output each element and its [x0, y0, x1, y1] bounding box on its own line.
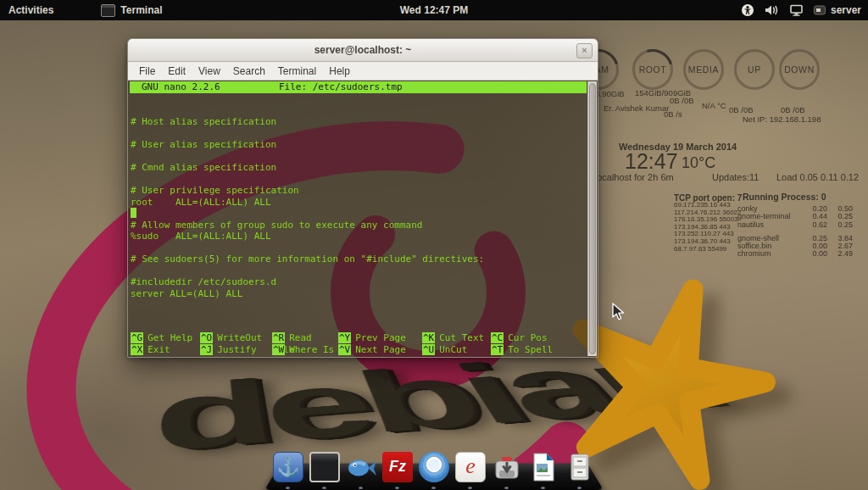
down-gauge-label: DOWN — [784, 64, 815, 75]
editor-line: server ALL=(ALL) ALL — [131, 288, 586, 300]
menu-edit[interactable]: Edit — [165, 64, 188, 78]
process-name: conky — [737, 205, 802, 213]
shortcut-exit: ^XExit — [131, 344, 200, 358]
dock: ⚓ Fz e — [264, 442, 604, 490]
editor-line: #includedir /etc/sudoers.d — [131, 276, 586, 288]
display-icon[interactable] — [789, 3, 804, 17]
menu-view[interactable]: View — [196, 64, 223, 78]
user-menu[interactable]: server — [814, 0, 861, 20]
shortcut-key: ^G — [131, 332, 143, 343]
updates-count: Updates:11 — [712, 172, 759, 182]
connection: 68.7.97.63 55499 — [674, 246, 741, 253]
terminal-icon[interactable] — [309, 452, 340, 482]
root-gauge: ROOT — [632, 49, 673, 90]
process-row: soffice.bin0.002.67 — [737, 242, 853, 250]
process-row: conky0.200.50 — [737, 205, 853, 213]
shortcut-label: To Spell — [508, 344, 553, 355]
shortcut-key: ^O — [200, 332, 213, 343]
app-menu[interactable]: Terminal — [92, 0, 170, 20]
menu-help[interactable]: Help — [326, 64, 353, 78]
shortcut-key: ^R — [272, 332, 285, 343]
shortcut-label: Cut Text — [439, 332, 484, 343]
editor-lines: # Host alias specification # User alias … — [131, 93, 586, 299]
shortcut-key: ^U — [422, 344, 435, 355]
bluefish-icon[interactable] — [346, 452, 376, 482]
top-panel: Activities Terminal Wed 12:47 PM — [0, 0, 868, 20]
menu-bar: File Edit View Search Terminal Help — [128, 62, 598, 81]
username-label: server — [831, 4, 861, 16]
shortcut-where-is: ^WWhere Is — [272, 344, 338, 358]
nano-shortcuts-row2: ^XExit ^JJustify ^WWhere Is ^VNext Page … — [131, 344, 586, 358]
down-rate: 0B /0B — [781, 105, 805, 114]
editor-line: # Host alias specification — [131, 116, 586, 128]
conky-temperature: 10°C — [682, 154, 715, 172]
mouse-cursor — [612, 303, 626, 321]
editor-line — [131, 151, 586, 163]
shortcut-label: Exit — [147, 344, 170, 355]
editor-line — [131, 242, 586, 254]
process-list: conky0.200.50 gnome-terminal0.440.25 nau… — [737, 205, 853, 259]
shortcut-key: ^C — [491, 332, 504, 343]
volume-icon[interactable] — [765, 3, 779, 17]
terminal-content[interactable]: GNU nano 2.2.6 File: /etc/sudoers.tmp # … — [128, 81, 598, 357]
cpu-temp: N/A °C — [702, 101, 726, 110]
process-cpu: 0.62 — [802, 221, 827, 229]
media-gauge-label: MEDIA — [688, 64, 719, 75]
shortcut-label: Where Is — [289, 344, 334, 355]
process-name: chromium — [737, 250, 802, 258]
shortcut-key: ^W — [272, 344, 285, 355]
up-gauge: UP — [734, 49, 775, 90]
process-name: soffice.bin — [737, 242, 802, 250]
activities-button[interactable]: Activities — [0, 0, 62, 20]
conky-widget: RAM ROOT MEDIA UP DOWN 0B/3.90GiB 154GiB… — [593, 20, 868, 270]
load-average: Load 0.05 0.11 0.12 — [776, 172, 859, 182]
editor-line — [131, 128, 586, 140]
scrollbar[interactable] — [587, 81, 597, 356]
editor-line — [131, 174, 586, 186]
process-mem: 0.25 — [827, 221, 853, 229]
activities-label: Activities — [8, 4, 53, 16]
window-title: server@localhost: ~ — [314, 44, 412, 56]
conky-time: 12:47 — [625, 149, 678, 174]
nano-version: GNU nano 2.2.6 — [142, 81, 220, 93]
process-header: Running Process: 0 — [743, 192, 826, 202]
filezilla-icon[interactable]: Fz — [382, 452, 413, 482]
clock[interactable]: Wed 12:47 PM — [400, 4, 468, 16]
tcp-connections: 69.171.235.16 443 117.214.76.212 36022 1… — [674, 202, 741, 253]
editor-line: # User privilege specification — [131, 185, 586, 197]
terminal-window: server@localhost: ~ × File Edit View Sea… — [127, 38, 598, 358]
shortcut-label: WriteOut — [217, 332, 262, 343]
shortcut-key: ^X — [131, 344, 143, 355]
shortcut-uncut-text: ^UUnCut Text — [422, 344, 491, 358]
disk-rate: 0B /s — [664, 109, 682, 119]
window-titlebar[interactable]: server@localhost: ~ × — [128, 39, 598, 62]
docky-anchor-icon[interactable]: ⚓ — [273, 452, 303, 482]
menu-search[interactable]: Search — [231, 64, 268, 78]
scrollbar-thumb[interactable] — [589, 83, 596, 354]
editor-line: # Allow members of group sudo to execute… — [131, 220, 586, 231]
shortcut-justify: ^JJustify — [200, 344, 272, 358]
process-row: gnome-shell0.253.84 — [737, 235, 853, 242]
owner-name: Er. Avishek Kumar — [604, 103, 669, 113]
media-gauge: MEDIA — [683, 49, 724, 90]
accessibility-icon[interactable] — [741, 3, 754, 17]
process-name: gnome-terminal — [737, 213, 802, 220]
close-button[interactable]: × — [576, 43, 593, 58]
transmission-icon[interactable] — [492, 452, 522, 482]
shortcut-label: Prev Page — [355, 332, 406, 343]
net-ip: Net IP: 192.168.1.198 — [743, 114, 821, 124]
menu-terminal[interactable]: Terminal — [275, 64, 319, 78]
file-cabinet-icon[interactable] — [565, 452, 595, 482]
editor-line — [131, 93, 586, 105]
root-gauge-label: ROOT — [639, 64, 667, 75]
editor-line — [131, 208, 586, 220]
process-row: chromium0.002.49 — [737, 250, 853, 258]
menu-file[interactable]: File — [136, 64, 158, 78]
desktop: debian RAM ROOT MEDIA UP DOWN 0B/3.90GiB… — [0, 0, 868, 490]
evolution-mail-icon[interactable]: e — [455, 452, 486, 482]
shortcut-label: Cur Pos — [508, 332, 547, 343]
libreoffice-icon[interactable] — [528, 452, 559, 482]
chromium-icon[interactable] — [419, 452, 449, 482]
down-gauge: DOWN — [779, 49, 820, 90]
up-rate: 0B /0B — [729, 105, 754, 114]
